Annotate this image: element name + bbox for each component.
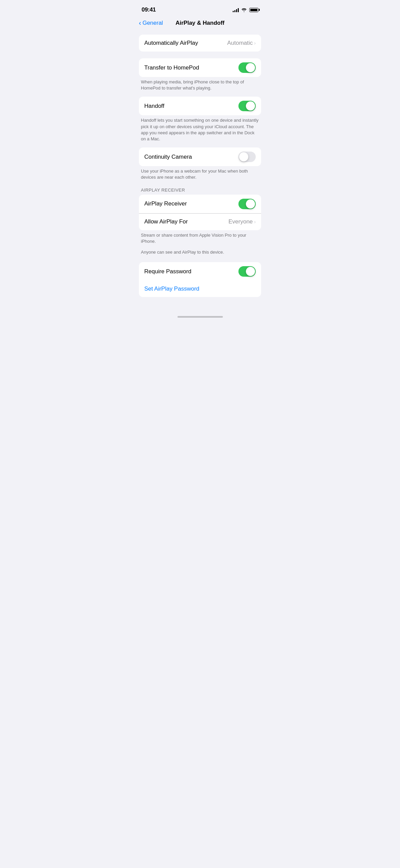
allow-airplay-for-value-text: Everyone: [229, 218, 253, 225]
airplay-receiver-note1: Stream or share content from Apple Visio…: [139, 230, 261, 244]
nav-header: ‹ General AirPlay & Handoff: [133, 17, 267, 32]
allow-airplay-for-label: Allow AirPlay For: [144, 218, 188, 225]
signal-icon: [233, 8, 239, 12]
airplay-receiver-section-label: AIRPLAY RECEIVER: [139, 188, 261, 195]
automatically-airplay-card: Automatically AirPlay Automatic ›: [139, 35, 261, 52]
require-password-label: Require Password: [144, 268, 191, 275]
transfer-homepod-note: When playing media, bring iPhone close t…: [139, 77, 261, 91]
airplay-receiver-label: AirPlay Receiver: [144, 200, 187, 207]
allow-airplay-for-row[interactable]: Allow AirPlay For Everyone ›: [139, 213, 261, 230]
airplay-receiver-row: AirPlay Receiver: [139, 195, 261, 213]
handoff-label: Handoff: [144, 103, 164, 110]
continuity-camera-toggle[interactable]: [238, 152, 256, 162]
page-title: AirPlay & Handoff: [175, 20, 225, 26]
airplay-receiver-section: AIRPLAY RECEIVER AirPlay Receiver Allow …: [139, 188, 261, 256]
transfer-homepod-row: Transfer to HomePod: [139, 58, 261, 77]
handoff-note: Handoff lets you start something on one …: [139, 115, 261, 142]
continuity-camera-card: Continuity Camera: [139, 147, 261, 166]
home-bar: [177, 316, 223, 318]
password-card: Require Password Set AirPlay Password: [139, 262, 261, 297]
airplay-receiver-toggle[interactable]: [238, 199, 256, 209]
automatically-airplay-value-text: Automatic: [227, 40, 253, 46]
home-indicator: [133, 312, 267, 320]
automatically-airplay-label: Automatically AirPlay: [144, 40, 198, 46]
continuity-camera-row: Continuity Camera: [139, 147, 261, 166]
status-icons: [233, 8, 258, 12]
require-password-row: Require Password: [139, 262, 261, 281]
handoff-toggle[interactable]: [238, 101, 256, 111]
set-airplay-password-row[interactable]: Set AirPlay Password: [139, 281, 261, 297]
handoff-row: Handoff: [139, 97, 261, 115]
password-section: Require Password Set AirPlay Password: [139, 262, 261, 297]
back-chevron-icon: ‹: [139, 19, 141, 26]
automatically-airplay-section: Automatically AirPlay Automatic ›: [139, 35, 261, 52]
chevron-icon: ›: [254, 219, 256, 224]
continuity-camera-note: Use your iPhone as a webcam for your Mac…: [139, 166, 261, 180]
battery-icon: [249, 8, 258, 12]
set-airplay-password-label[interactable]: Set AirPlay Password: [144, 285, 199, 292]
status-time: 09:41: [142, 6, 156, 13]
homepod-handoff-card: Transfer to HomePod: [139, 58, 261, 77]
toggle-thumb: [239, 152, 248, 161]
chevron-icon: ›: [254, 40, 256, 46]
automatically-airplay-row[interactable]: Automatically AirPlay Automatic ›: [139, 35, 261, 52]
toggle-thumb: [246, 101, 255, 111]
require-password-toggle[interactable]: [238, 266, 256, 277]
airplay-receiver-card: AirPlay Receiver Allow AirPlay For Every…: [139, 195, 261, 230]
content: Automatically AirPlay Automatic › Transf…: [133, 32, 267, 307]
back-label[interactable]: General: [143, 20, 163, 26]
homepod-handoff-section: Transfer to HomePod When playing media, …: [139, 58, 261, 181]
transfer-homepod-label: Transfer to HomePod: [144, 64, 199, 71]
toggle-thumb: [246, 267, 255, 276]
toggle-thumb: [246, 199, 255, 209]
status-bar: 09:41: [133, 0, 267, 17]
continuity-camera-label: Continuity Camera: [144, 154, 192, 160]
back-button[interactable]: ‹ General: [139, 20, 163, 26]
allow-airplay-for-value[interactable]: Everyone ›: [229, 218, 256, 225]
automatically-airplay-value[interactable]: Automatic ›: [227, 40, 256, 46]
transfer-homepod-toggle[interactable]: [238, 62, 256, 73]
handoff-card: Handoff: [139, 97, 261, 115]
airplay-receiver-note2: Anyone can see and AirPlay to this devic…: [139, 247, 261, 255]
toggle-thumb: [246, 63, 255, 72]
wifi-icon: [241, 8, 247, 12]
